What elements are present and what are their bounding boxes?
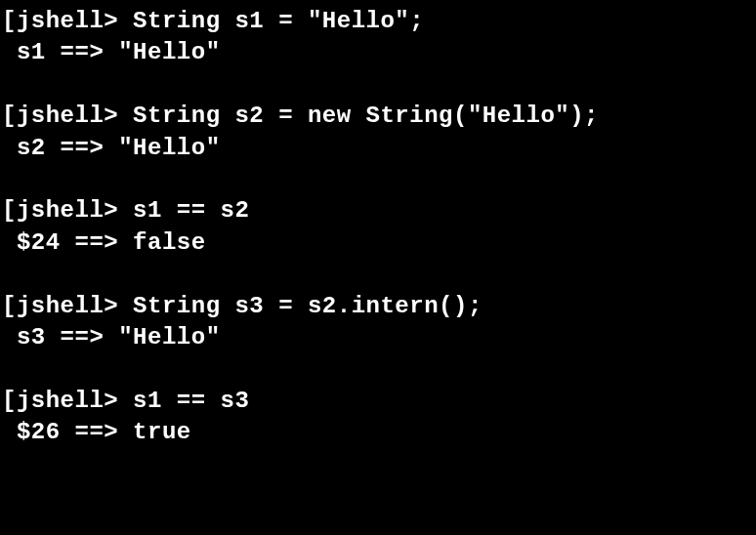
terminal-blank-line xyxy=(2,353,754,385)
terminal-line: [jshell> String s2 = new String("Hello")… xyxy=(2,101,754,132)
terminal-output: [jshell> String s1 = "Hello"; s1 ==> "He… xyxy=(2,6,754,448)
terminal-blank-line xyxy=(2,259,754,290)
terminal-line: [jshell> String s1 = "Hello"; xyxy=(2,6,754,37)
terminal-line: s2 ==> "Hello" xyxy=(2,133,754,164)
terminal-line: s1 ==> "Hello" xyxy=(2,37,754,68)
terminal-line: [jshell> String s3 = s2.intern(); xyxy=(2,291,754,322)
terminal-line: [jshell> s1 == s2 xyxy=(2,195,754,226)
terminal-line: s3 ==> "Hello" xyxy=(2,322,754,353)
terminal-blank-line xyxy=(2,164,754,195)
terminal-blank-line xyxy=(2,69,754,101)
terminal-line: $26 ==> true xyxy=(2,417,754,448)
terminal-line: $24 ==> false xyxy=(2,227,754,259)
terminal-line: [jshell> s1 == s3 xyxy=(2,386,754,417)
